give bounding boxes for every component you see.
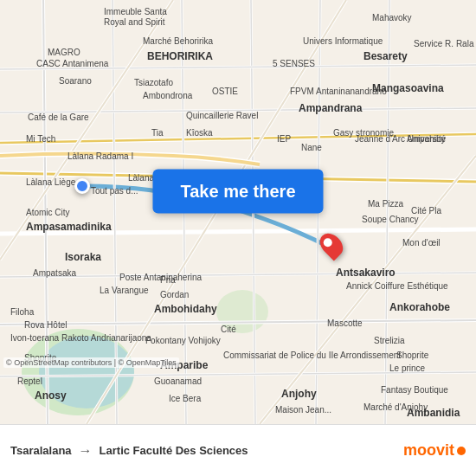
map-label: Marché Behoririka: [143, 36, 213, 46]
map-label: Fantasy Boutique: [381, 385, 448, 395]
moovit-logo-dot: [457, 447, 466, 455]
map-label: Café de la Gare: [28, 113, 89, 122]
map-label: OSTIE: [212, 87, 238, 96]
map-label: Mahavoky: [372, 13, 412, 23]
map-label: Commissariat de Police du IIe Arrondisse…: [223, 351, 401, 360]
map-label: Mi Tech: [26, 134, 55, 144]
map-label: La Varangue: [100, 286, 149, 295]
map-label: Fokontany Vohijoky: [145, 336, 221, 345]
map-label: Làlana Liège: [26, 177, 75, 187]
map-label: IEP: [277, 134, 291, 144]
map-label: Mon d'œil: [402, 238, 441, 248]
map-label: Ankorahobe: [389, 301, 450, 313]
map-label: Univers Informatique: [303, 36, 383, 46]
map-label: Antsakaviro: [336, 267, 396, 279]
osm-credits: © OpenStreetMap contributors | © OpenMap…: [3, 357, 179, 368]
map-label: 5 SENSES: [273, 59, 315, 68]
footer-from-label: Tsaralalana: [10, 444, 72, 457]
map-label: Quincaillerie Ravel: [186, 111, 258, 120]
map-label: Tout pas d...: [91, 186, 138, 196]
map-label: Pria: [160, 275, 176, 285]
footer-to-label: Lartic Faculté Des Sciences: [100, 444, 248, 457]
footer: Tsaralalana → Lartic Faculté Des Science…: [0, 424, 476, 476]
map-label: Anjohy: [281, 388, 317, 400]
map-label: Guoanamad: [154, 376, 202, 386]
map-label: Ambohidahy: [154, 303, 217, 315]
map-label: Isoraka: [65, 251, 101, 263]
map-label: Strelizia: [374, 336, 405, 345]
map-label: Service R. Rala: [414, 39, 473, 48]
map-label: Tsiazotafo: [134, 78, 173, 87]
map-label: Soupe Chancy: [362, 215, 419, 224]
map-label: Gordan: [160, 290, 189, 299]
map-label: Atomic City: [26, 208, 70, 217]
start-marker: [74, 178, 90, 194]
map-label: Ice Bera: [169, 394, 201, 403]
map-label: Filoha: [10, 307, 34, 317]
map-label: Shoprite: [396, 351, 428, 360]
map-container: MahavokyImmeuble SantaRoyal and SpiritMA…: [0, 0, 476, 424]
take-me-there-button[interactable]: Take me there: [152, 169, 323, 213]
map-label: Ampandrana: [299, 102, 362, 114]
map-label: Mangasoavina: [372, 82, 444, 94]
map-label: Ampasamadinika: [26, 221, 112, 233]
map-label: Nane: [301, 143, 322, 152]
map-label: Anosy: [35, 389, 67, 402]
map-label: Cité: [221, 325, 236, 334]
map-label: Mascotte: [327, 318, 363, 328]
map-label: Kîoska: [186, 128, 213, 138]
map-label: Immeuble Santa: [104, 7, 167, 16]
map-label: Tia: [151, 128, 164, 138]
map-label: Reptel: [17, 376, 42, 386]
map-label: MAGRO: [48, 48, 80, 57]
map-label: Ambanidia: [407, 407, 460, 419]
map-label: Làlana Radama I: [68, 151, 133, 161]
map-label: Besarety: [363, 50, 408, 62]
map-label: Le prince: [389, 363, 425, 373]
map-label: CASC Antanimena: [36, 59, 108, 68]
map-label: Ambondrona: [143, 91, 192, 100]
footer-arrow-icon: →: [79, 443, 93, 459]
moovit-logo: moovit: [403, 441, 466, 460]
map-label: Annick Coiffure Esthétique: [346, 281, 448, 291]
map-label: Ampatsaka: [33, 268, 76, 278]
map-label: Maison Jean...: [275, 405, 331, 415]
map-label: Rova Hôtel: [24, 320, 67, 330]
map-label: Royal and Spirit: [104, 17, 165, 27]
map-label: Soarano: [59, 76, 92, 86]
map-label: Ma Pizza: [368, 199, 403, 209]
map-label: Cité Pla: [411, 206, 441, 215]
moovit-logo-text: moovit: [403, 441, 454, 460]
map-label: Ivon-toerana Rakoto Andrianarijaona: [10, 333, 151, 343]
map-label: BEHORIRIKA: [147, 50, 213, 62]
map-label: Ampahibé: [407, 134, 446, 144]
